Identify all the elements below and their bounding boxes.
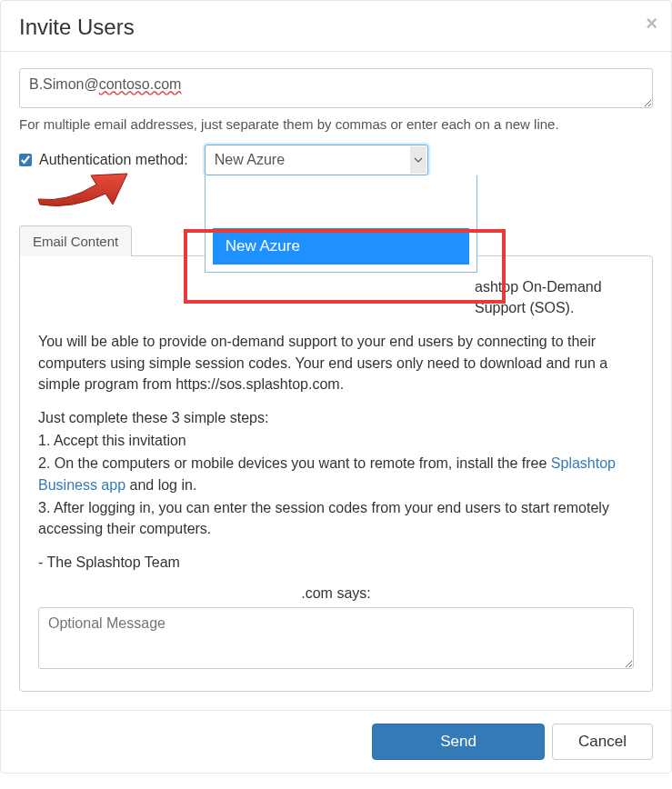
tab-email-content[interactable]: Email Content (19, 225, 132, 256)
auth-select-value: New Azure (215, 152, 285, 168)
email-content-panel: ashtop On-Demand Support (SOS). You will… (19, 255, 653, 692)
cancel-button[interactable]: Cancel (552, 724, 653, 760)
email-hint: For multiple email addresses, just separ… (19, 116, 653, 132)
email-input-wrap: B.Simon@contoso.com (19, 68, 653, 112)
email-input[interactable] (19, 68, 653, 108)
content-step2: 2. On the computers or mobile devices yo… (38, 453, 634, 494)
content-step3: 3. After logging in, you can enter the s… (38, 497, 634, 539)
modal-footer: Send Cancel (1, 710, 671, 773)
modal-title: Invite Users (19, 15, 653, 40)
content-p2: You will be able to provide on-demand su… (38, 331, 634, 394)
invite-users-modal: Invite Users × B.Simon@contoso.com For m… (0, 0, 672, 774)
dropdown-option-new-azure[interactable]: New Azure (213, 228, 469, 265)
content-signoff: - The Splashtop Team (38, 552, 634, 573)
chevron-down-icon (410, 146, 426, 174)
close-icon[interactable]: × (646, 12, 657, 35)
auth-method-row: Authentication method: New Azure New Azu… (19, 145, 653, 175)
auth-dropdown: New Azure (205, 175, 477, 273)
auth-checkbox[interactable] (19, 154, 32, 166)
modal-header: Invite Users × (1, 1, 671, 52)
auth-select-wrap: New Azure New Azure (205, 145, 428, 175)
optional-message-input[interactable] (38, 607, 634, 669)
modal-body: B.Simon@contoso.com For multiple email a… (1, 52, 671, 710)
content-p1: ashtop On-Demand Support (SOS). (38, 276, 634, 318)
auth-label: Authentication method: (39, 152, 188, 168)
auth-select[interactable]: New Azure (205, 145, 428, 175)
send-button[interactable]: Send (372, 724, 545, 760)
com-says-label: .com says: (38, 585, 634, 602)
content-step1: 1. Accept this invitation (38, 430, 634, 451)
content-p3: Just complete these 3 simple steps: (38, 407, 634, 428)
